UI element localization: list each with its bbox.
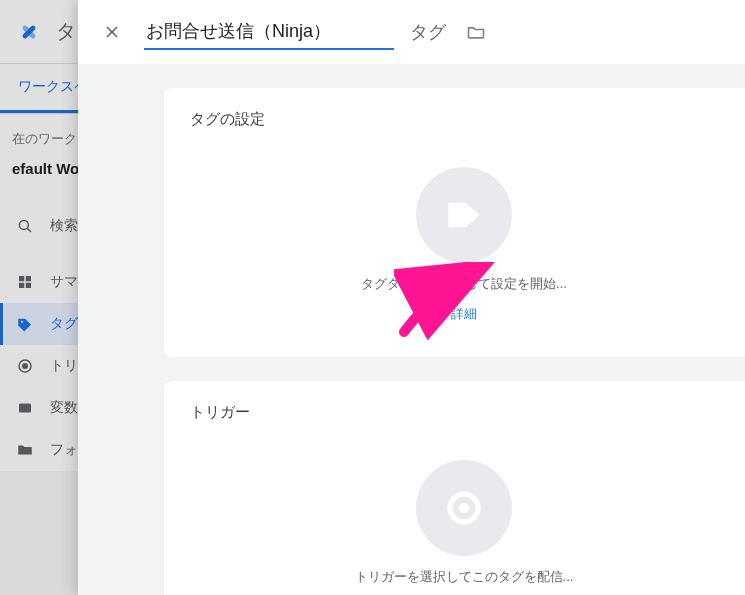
tag-config-card: タグの設定 タグタイプを選択して設定を開始... 詳細 — [164, 88, 745, 357]
close-icon — [102, 22, 122, 42]
svg-rect-5 — [26, 276, 31, 281]
trigger-placeholder-text: トリガーを選択してこのタグを配信... — [355, 568, 574, 586]
bg-nav-label: 変数 — [50, 399, 78, 417]
tag-placeholder-circle — [416, 167, 512, 263]
tag-config-title: タグの設定 — [190, 110, 738, 129]
gtm-logo-icon — [16, 19, 42, 45]
svg-point-15 — [459, 503, 470, 514]
panel-header: タグ — [78, 0, 745, 64]
trigger-selector[interactable]: トリガーを選択してこのタグを配信... — [190, 450, 738, 592]
tag-editor-panel: タグ タグの設定 タグタイプを選択して設定を開始... 詳細 トリガー トリガー… — [78, 0, 745, 595]
bg-title: タ — [56, 18, 76, 45]
tag-placeholder-text: タグタイプを選択して設定を開始... — [361, 275, 567, 293]
tag-type-selector[interactable]: タグタイプを選択して設定を開始... 詳細 — [190, 157, 738, 329]
tag-learn-more-link[interactable]: 詳細 — [451, 305, 477, 323]
folder-outline-icon — [466, 22, 486, 42]
trigger-card-title: トリガー — [190, 403, 738, 422]
bg-nav-label: タグ — [50, 315, 78, 333]
bg-nav-label: 検索 — [50, 217, 78, 235]
folder-icon — [16, 441, 34, 459]
trigger-placeholder-circle — [416, 460, 512, 556]
svg-rect-4 — [19, 276, 24, 281]
tag-large-icon — [443, 194, 485, 236]
dashboard-icon — [16, 273, 34, 291]
svg-line-3 — [27, 228, 31, 232]
panel-body: タグの設定 タグタイプを選択して設定を開始... 詳細 トリガー トリガーを選択… — [78, 64, 745, 595]
trigger-large-icon — [443, 487, 485, 529]
svg-point-10 — [23, 364, 28, 369]
svg-rect-11 — [19, 404, 31, 413]
trigger-card: トリガー トリガーを選択してこのタグを配信... — [164, 381, 745, 595]
variable-icon — [16, 399, 34, 417]
svg-point-8 — [21, 321, 23, 323]
tag-icon — [16, 315, 34, 333]
svg-rect-7 — [26, 283, 31, 288]
tag-name-input[interactable] — [144, 15, 394, 50]
svg-rect-6 — [19, 283, 24, 288]
breadcrumb: タグ — [408, 20, 448, 44]
folder-select-button[interactable] — [466, 22, 486, 42]
trigger-icon — [16, 357, 34, 375]
svg-point-2 — [19, 220, 28, 229]
close-button[interactable] — [94, 14, 130, 50]
search-icon — [16, 217, 34, 235]
